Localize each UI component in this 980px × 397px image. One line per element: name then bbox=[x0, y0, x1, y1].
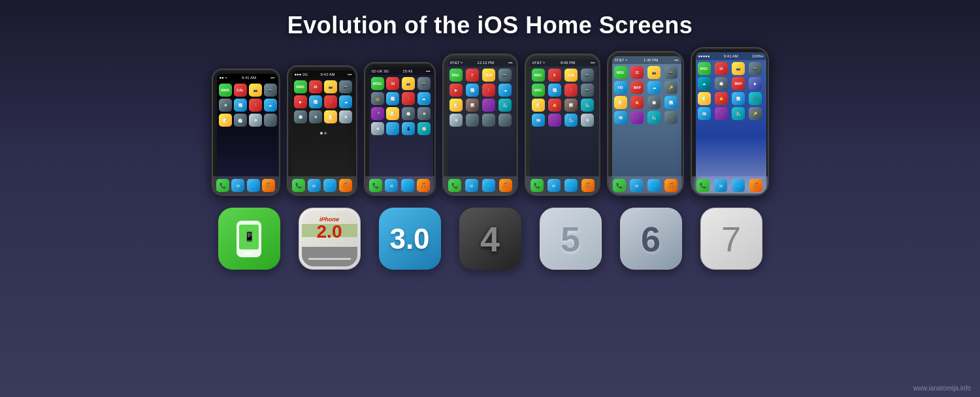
watermark: www.ianatomija.info bbox=[913, 385, 971, 392]
ios2-badge-content: iPhone 2.0 bbox=[302, 211, 357, 266]
phone-frame-6: AT&T ≈1:45 PM▪▪▪ MSG 21 📷 📷 VID MAP ☁ 🔑 … bbox=[607, 51, 684, 196]
phone-screen-3: 02-UK 3G15:43▪▪▪ MSG 10 📷 📷 📻 📈 📍 ☁ 🎤 📝 … bbox=[369, 67, 433, 193]
phone-frame-3: 02-UK 3G15:43▪▪▪ MSG 10 📷 📷 📻 📈 📍 ☁ 🎤 📝 … bbox=[364, 62, 436, 196]
ios3-version-text: 3.0 bbox=[389, 223, 429, 255]
phone-screen-2: ●●● 3G9:42 AM▪▪▪ SMS 26 📷 📷 ▶ 📈 📍 ☁ 🕐 ⚙ … bbox=[292, 71, 355, 193]
version-badge-3: 3.0 bbox=[379, 208, 441, 270]
phone-frame-7: ●●●●●9:41 AM100%▪ MSG 10 📷 📷 ☁ 🕐 MAP ▶ 📝… bbox=[691, 47, 769, 196]
version-badge-1: 📱 bbox=[218, 208, 280, 270]
phone-ios1: ●● ≈9:41 AM▪▪▪ SMS CAL 📷 📷 ⚙ 📈 📍 ☁ 📝 🕐 ⚙ bbox=[212, 69, 280, 196]
ios6-version-text: 6 bbox=[641, 219, 661, 259]
version-badge-5: 5 bbox=[540, 208, 602, 270]
version-badge-6: 6 bbox=[620, 208, 682, 270]
version-badge-2: iPhone 2.0 bbox=[299, 208, 361, 270]
phone-ios5: AT&T ≈8:06 PM▪▪▪ MSG 6 SUN 📷 MSG 📈 📍 📷 📝… bbox=[525, 54, 600, 196]
phone-frame-5: AT&T ≈8:06 PM▪▪▪ MSG 6 SUN 📷 MSG 📈 📍 📷 📝… bbox=[525, 54, 600, 196]
phone-ios2: ●●● 3G9:42 AM▪▪▪ SMS 26 📷 📷 ▶ 📈 📍 ☁ 🕐 ⚙ … bbox=[287, 65, 357, 196]
svg-text:📱: 📱 bbox=[244, 231, 255, 242]
ios1-phone-icon: 📱 bbox=[231, 219, 267, 259]
page-title: Evolution of the iOS Home Screens bbox=[0, 0, 980, 39]
phone-screen-4: AT&T ≈12:13 PM▪▪▪ MSG 7 SUN 📷 ▶ 📈 📍 ☁ 📝 … bbox=[448, 59, 515, 193]
phone-ios4: AT&T ≈12:13 PM▪▪▪ MSG 7 SUN 📷 ▶ 📈 📍 ☁ 📝 … bbox=[442, 54, 518, 196]
version-badge-7: 7 bbox=[700, 208, 762, 270]
version-badge-4: 4 bbox=[459, 208, 521, 270]
svg-rect-2 bbox=[244, 252, 253, 255]
phone-frame-4: AT&T ≈12:13 PM▪▪▪ MSG 7 SUN 📷 ▶ 📈 📍 ☁ 📝 … bbox=[442, 54, 518, 196]
phone-ios7: ●●●●●9:41 AM100%▪ MSG 10 📷 📷 ☁ 🕐 MAP ▶ 📝… bbox=[691, 47, 769, 196]
phone-frame-2: ●●● 3G9:42 AM▪▪▪ SMS 26 📷 📷 ▶ 📈 📍 ☁ 🕐 ⚙ … bbox=[287, 65, 357, 196]
phone-screen-1: ●● ≈9:41 AM▪▪▪ SMS CAL 📷 📷 ⚙ 📈 📍 ☁ 📝 🕐 ⚙ bbox=[217, 74, 278, 193]
phone-frame-1: ●● ≈9:41 AM▪▪▪ SMS CAL 📷 📷 ⚙ 📈 📍 ☁ 📝 🕐 ⚙ bbox=[212, 69, 280, 196]
phone-screen-5: AT&T ≈8:06 PM▪▪▪ MSG 6 SUN 📷 MSG 📈 📍 📷 📝… bbox=[530, 59, 598, 193]
ios7-version-text: 7 bbox=[721, 219, 741, 259]
phone-ios3: 02-UK 3G15:43▪▪▪ MSG 10 📷 📷 📻 📈 📍 ☁ 🎤 📝 … bbox=[364, 62, 436, 196]
phone-screen-6: AT&T ≈1:45 PM▪▪▪ MSG 21 📷 📷 VID MAP ☁ 🔑 … bbox=[612, 56, 681, 193]
ios5-version-text: 5 bbox=[561, 219, 580, 259]
versions-row: 📱 iPhone 2.0 3.0 4 5 bbox=[0, 196, 980, 270]
ios4-version-text: 4 bbox=[480, 219, 500, 259]
phones-row: ●● ≈9:41 AM▪▪▪ SMS CAL 📷 📷 ⚙ 📈 📍 ☁ 📝 🕐 ⚙ bbox=[0, 39, 980, 196]
phone-screen-7: ●●●●●9:41 AM100%▪ MSG 10 📷 📷 ☁ 🕐 MAP ▶ 📝… bbox=[696, 52, 766, 193]
phone-ios6: AT&T ≈1:45 PM▪▪▪ MSG 21 📷 📷 VID MAP ☁ 🔑 … bbox=[607, 51, 684, 196]
